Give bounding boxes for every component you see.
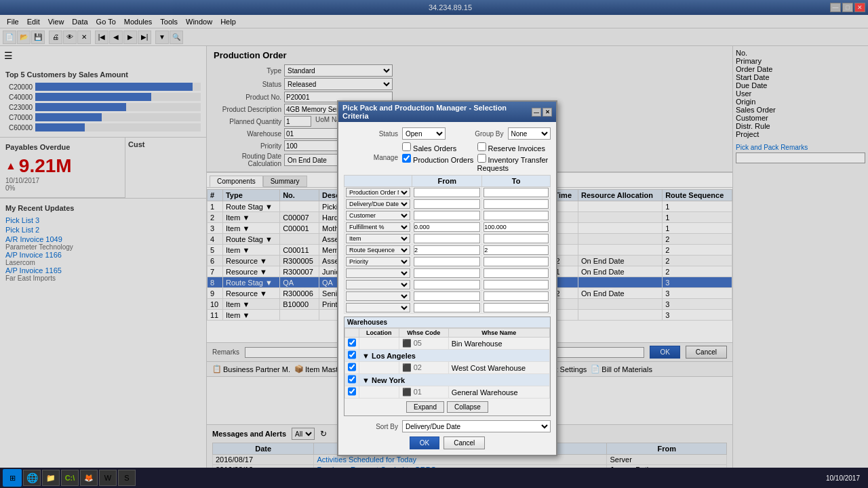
filter-priority-from[interactable] (414, 257, 480, 266)
filter-route-from[interactable] (414, 245, 480, 255)
filter-prod-from[interactable] (414, 188, 480, 197)
wh-row-la: ▼ Los Angeles (345, 350, 550, 362)
modal-groupby-select[interactable]: None (508, 127, 551, 140)
modal-status-select[interactable]: Open (402, 127, 446, 140)
cb-reserve-invoices[interactable]: Reserve Invoices (477, 142, 551, 152)
filter-customer-select[interactable]: Customer (346, 211, 410, 220)
taskbar-time: 10/10/2017 (826, 474, 865, 482)
filter-col-from: From (412, 176, 482, 187)
modal-status-row: Status Open Group By None (344, 127, 551, 140)
wh-col-location: Location (359, 329, 399, 338)
modal-groupby-label: Group By (450, 130, 504, 138)
wh-expand-collapse: Expand Collapse (344, 399, 550, 415)
wh-row-3: ⬛ 01 General Warehouse (345, 386, 550, 399)
filter-delivery-select[interactable]: Delivery/Due Date (346, 199, 410, 209)
modal-minimize[interactable]: — (532, 108, 541, 117)
filter-fulfillment-from[interactable] (414, 222, 480, 232)
filter-delivery-to[interactable] (484, 199, 549, 209)
filter-empty3-select[interactable] (346, 291, 410, 301)
filter-item-to[interactable] (484, 234, 549, 243)
modal-manage-row: Manage Sales Orders Reserve Invoices Pro… (344, 142, 551, 172)
filter-prod-order-select[interactable]: Production Order No. (346, 188, 410, 197)
filter-empty1-select[interactable] (346, 268, 410, 278)
taskbar-word[interactable]: W (99, 470, 117, 486)
modal-title: Pick Pack and Production Manager - Selec… (342, 104, 532, 120)
modal-close[interactable]: ✕ (542, 108, 552, 117)
sort-by-select[interactable]: Delivery/Due Date (402, 420, 551, 432)
filter-row-customer: Customer (344, 210, 551, 222)
filter-route-select[interactable]: Route Sequence (346, 245, 410, 255)
wh-check-1[interactable] (348, 338, 356, 347)
cb-reserve-invoices-input[interactable] (477, 142, 486, 151)
filter-row-priority: Priority (344, 256, 551, 268)
modal-dialog: Pick Pack and Production Manager - Selec… (337, 100, 557, 456)
warehouses-header: Warehouses (344, 317, 550, 328)
filter-col-to: To (482, 176, 551, 187)
sort-by-label: Sort By (344, 423, 398, 430)
expand-button[interactable]: Expand (406, 401, 444, 413)
modal-status-label: Status (344, 130, 398, 138)
modal-cancel-button[interactable]: Cancel (443, 436, 485, 449)
taskbar-explorer[interactable]: 📁 (42, 470, 60, 486)
modal-manage-label: Manage (344, 154, 398, 161)
filter-fulfillment-select[interactable]: Fulfillment % (346, 222, 410, 232)
filter-empty4-from[interactable] (414, 303, 480, 312)
cb-sales-orders-input[interactable] (402, 142, 411, 151)
taskbar: ⊞ 🌐 📁 C:\ 🦊 W S 10/10/2017 (0, 468, 868, 488)
modal-controls[interactable]: — ✕ (532, 108, 552, 117)
filter-empty2-to[interactable] (484, 280, 549, 289)
filter-prod-to[interactable] (484, 188, 549, 197)
modal-ok-button[interactable]: OK (410, 436, 439, 449)
filter-delivery-from[interactable] (414, 199, 480, 209)
modal-overlay: Pick Pack and Production Manager - Selec… (0, 0, 868, 488)
filter-row-empty3 (344, 291, 551, 302)
wh-row-2: ⬛ 02 West Cost Warehouse (345, 362, 550, 374)
filter-priority-to[interactable] (484, 257, 549, 266)
taskbar-ie[interactable]: 🌐 (23, 470, 41, 486)
cb-sales-orders[interactable]: Sales Orders (402, 142, 476, 152)
filter-customer-to[interactable] (484, 211, 549, 220)
filter-empty3-from[interactable] (414, 291, 480, 301)
taskbar-cmd[interactable]: C:\ (61, 470, 79, 486)
filter-empty1-to[interactable] (484, 268, 549, 278)
filter-priority-select[interactable]: Priority (346, 257, 410, 266)
filter-empty1-from[interactable] (414, 268, 480, 278)
filter-row-fulfillment: Fulfillment % (344, 222, 551, 233)
cb-inventory-transfer[interactable]: Inventory Transfer Requests (477, 154, 551, 172)
wh-col-name: Whse Name (448, 329, 549, 338)
filter-row-item: Item (344, 233, 551, 245)
cb-production-orders[interactable]: Production Orders (402, 154, 476, 172)
collapse-button[interactable]: Collapse (447, 401, 488, 413)
wh-row-1: ⬛ 05 Bin Warehouse (345, 338, 550, 350)
filter-row-empty4 (344, 302, 551, 314)
taskbar-firefox[interactable]: 🦊 (80, 470, 98, 486)
filter-row-empty2 (344, 279, 551, 291)
wh-check-ny[interactable] (348, 375, 356, 384)
filter-route-to[interactable] (484, 245, 549, 255)
warehouses-section: Warehouses Location Whse Code Whse Name (344, 317, 551, 416)
wh-check-2[interactable] (348, 363, 356, 371)
wh-check-3[interactable] (348, 387, 356, 396)
filter-col-criteria (344, 176, 412, 187)
filter-empty2-from[interactable] (414, 280, 480, 289)
filter-empty4-select[interactable] (346, 303, 410, 312)
filter-empty2-select[interactable] (346, 280, 410, 289)
cb-inventory-transfer-input[interactable] (477, 154, 486, 163)
filter-empty3-to[interactable] (484, 291, 549, 301)
filter-row-empty1 (344, 268, 551, 279)
wh-col-check (345, 329, 359, 338)
cb-production-orders-input[interactable] (402, 154, 411, 163)
modal-sortby-row: Sort By Delivery/Due Date (344, 420, 551, 432)
taskbar-sap[interactable]: S (118, 470, 136, 486)
filter-item-from[interactable] (414, 234, 480, 243)
filter-row-delivery: Delivery/Due Date (344, 199, 551, 210)
filter-fulfillment-to[interactable] (484, 222, 549, 232)
wh-check-la[interactable] (348, 350, 356, 359)
start-btn[interactable]: ⊞ (3, 469, 22, 487)
filter-item-select[interactable]: Item (346, 234, 410, 243)
filter-customer-from[interactable] (414, 211, 480, 220)
wh-table: Location Whse Code Whse Name ⬛ 05 Bin Wa… (344, 328, 550, 399)
filter-table: From To Production Order No. Deli (344, 175, 551, 314)
filter-empty4-to[interactable] (484, 303, 549, 312)
filter-row-route: Route Sequence (344, 245, 551, 256)
